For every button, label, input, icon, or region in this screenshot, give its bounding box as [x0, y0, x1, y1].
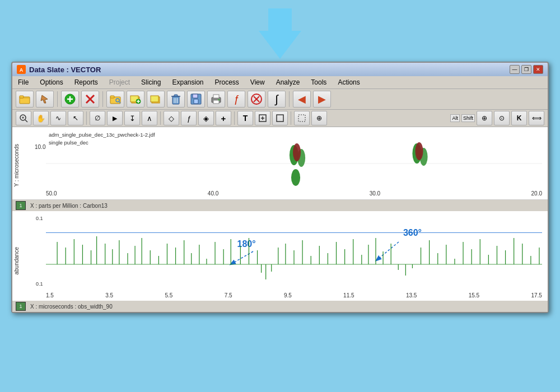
- function-button[interactable]: ƒ: [227, 91, 245, 108]
- plus-cross-button[interactable]: +: [216, 111, 231, 125]
- open2-button[interactable]: [106, 91, 124, 108]
- compass-button[interactable]: ⊕: [311, 111, 327, 125]
- restore-button[interactable]: ❐: [521, 65, 531, 74]
- toolbar2-sep-3: [234, 111, 235, 125]
- add-button[interactable]: [61, 91, 79, 108]
- down-arrow-container: [0, 0, 560, 62]
- menu-options[interactable]: Options: [39, 78, 64, 87]
- main-window: A Data Slate : VECTOR — ❐ ✕ File Options…: [11, 62, 549, 313]
- bx-label-2: 3.5: [105, 292, 113, 298]
- svg-text:A: A: [20, 67, 24, 73]
- svg-rect-44: [277, 115, 283, 122]
- arrows-button[interactable]: ⟺: [529, 111, 544, 125]
- bx-label-4: 7.5: [225, 292, 232, 298]
- menu-expansion[interactable]: Expansion: [171, 78, 204, 87]
- menu-analyze[interactable]: Analyze: [275, 78, 301, 87]
- top-plot-ylabel: Y : microseconds: [13, 144, 20, 187]
- svg-rect-45: [298, 115, 305, 122]
- svg-rect-3: [20, 96, 24, 98]
- T-button[interactable]: T: [237, 111, 253, 125]
- circle2-button[interactable]: ⊙: [494, 111, 510, 125]
- square-button[interactable]: [272, 111, 288, 125]
- svg-rect-32: [213, 100, 219, 104]
- menu-tools[interactable]: Tools: [310, 78, 328, 87]
- trash-button[interactable]: [167, 91, 185, 108]
- title-bar: A Data Slate : VECTOR — ❐ ✕: [12, 63, 548, 76]
- diamond-button[interactable]: ◇: [164, 111, 179, 125]
- add-stack-button[interactable]: [127, 91, 144, 108]
- arrow-right-button[interactable]: ▶: [313, 91, 331, 108]
- menu-slicing[interactable]: Slicing: [140, 78, 162, 87]
- K-button[interactable]: K: [511, 111, 527, 125]
- title-buttons: — ❐ ✕: [510, 65, 543, 74]
- window-title: Data Slate : VECTOR: [29, 66, 101, 74]
- toolbar-sep-1: [57, 91, 58, 107]
- indicator-row-2: 1 X : microseconds : obs_width_90: [12, 301, 548, 312]
- open-folder-button[interactable]: [16, 91, 34, 108]
- indicator-box-2: 1: [16, 302, 26, 311]
- title-bar-left: A Data Slate : VECTOR: [17, 65, 101, 74]
- x-label-30: 30.0: [370, 190, 380, 197]
- cross-box-button[interactable]: [255, 111, 270, 125]
- print-button[interactable]: [207, 91, 225, 108]
- toolbar2-sep-1: [86, 111, 87, 125]
- svg-point-50: [291, 169, 300, 186]
- y-tick-bottom: 0.1: [36, 281, 43, 287]
- dotted-box-button[interactable]: [294, 111, 310, 125]
- menu-bar: File Options Reports Project Slicing Exp…: [12, 76, 548, 89]
- diamond2-button[interactable]: ◈: [198, 111, 214, 125]
- x-label-microseconds: X : microseconds : obs_width_90: [30, 304, 113, 310]
- toolbar2-sep-4: [291, 111, 291, 125]
- toolbar2-right: Alt Shift ⊕ ⊙ K ⟺: [450, 111, 544, 125]
- content-area: Y : microseconds 10.0 adm_single_pulse_d…: [12, 127, 548, 312]
- delete-button[interactable]: [81, 91, 99, 108]
- arrow-right2-button[interactable]: ▶: [107, 111, 123, 125]
- cursor-button[interactable]: ↖: [68, 111, 83, 125]
- menu-reports[interactable]: Reports: [73, 78, 99, 87]
- bx-label-6: 11.5: [343, 292, 354, 298]
- down-arrow-button[interactable]: ↧: [124, 111, 140, 125]
- blue-horizontal-line: [46, 232, 542, 233]
- indicator-box-1: 1: [16, 201, 26, 210]
- menu-file[interactable]: File: [17, 78, 30, 87]
- bx-label-3: 5.5: [165, 292, 172, 298]
- pan-button[interactable]: ✋: [33, 111, 49, 125]
- circle-x-button[interactable]: [248, 91, 265, 108]
- indicator-row-1: 1 X : parts per Million : Carbon13: [12, 200, 548, 211]
- svg-rect-11: [110, 96, 114, 98]
- x-label-50: 50.0: [46, 190, 57, 197]
- integral-button[interactable]: ∫: [268, 91, 286, 108]
- bottom-spectrum-svg: [46, 234, 542, 295]
- zoom-button[interactable]: [16, 111, 31, 125]
- top-plot-xaxis: 50.0 40.0 30.0 20.0: [46, 190, 542, 197]
- menu-process[interactable]: Process: [214, 78, 240, 87]
- alt-label: Alt: [450, 114, 460, 122]
- signal-button[interactable]: ∿: [50, 111, 66, 125]
- close-button[interactable]: ✕: [533, 65, 543, 74]
- menu-view[interactable]: View: [249, 78, 266, 87]
- arrow-left-button[interactable]: ◀: [293, 91, 311, 108]
- bx-label-9: 17.5: [531, 292, 542, 298]
- top-plot-ytick: 10.0: [35, 144, 45, 150]
- toolbar-sep-2: [102, 91, 103, 107]
- x-label-carbon13: X : parts per Million : Carbon13: [30, 203, 108, 209]
- save-button[interactable]: [187, 91, 205, 108]
- compass2-button[interactable]: ⊕: [477, 111, 492, 125]
- svg-point-53: [415, 142, 423, 160]
- toolbar2-sep-2: [160, 111, 161, 125]
- copy-stack-button[interactable]: [147, 91, 165, 108]
- pointer-button[interactable]: [36, 91, 54, 108]
- svg-rect-31: [213, 95, 219, 98]
- bx-label-8: 15.5: [469, 292, 479, 298]
- shift-label: Shift: [461, 114, 475, 122]
- menu-actions[interactable]: Actions: [337, 78, 361, 87]
- filename1: adm_single_pulse_dec_13c_pwcheck-1-2.jdf: [49, 132, 155, 138]
- toolbar1: ƒ ∫ ◀ ▶: [12, 89, 548, 110]
- menu-project[interactable]: Project: [108, 78, 131, 87]
- minimize-button[interactable]: —: [510, 65, 520, 74]
- func2-button[interactable]: ƒ: [181, 111, 197, 125]
- up-signal-button[interactable]: ∧: [142, 111, 157, 125]
- top-scatter-svg: [46, 141, 542, 189]
- bottom-plot-ylabel: abundance: [13, 247, 20, 275]
- circle-slash-button[interactable]: ∅: [90, 111, 105, 125]
